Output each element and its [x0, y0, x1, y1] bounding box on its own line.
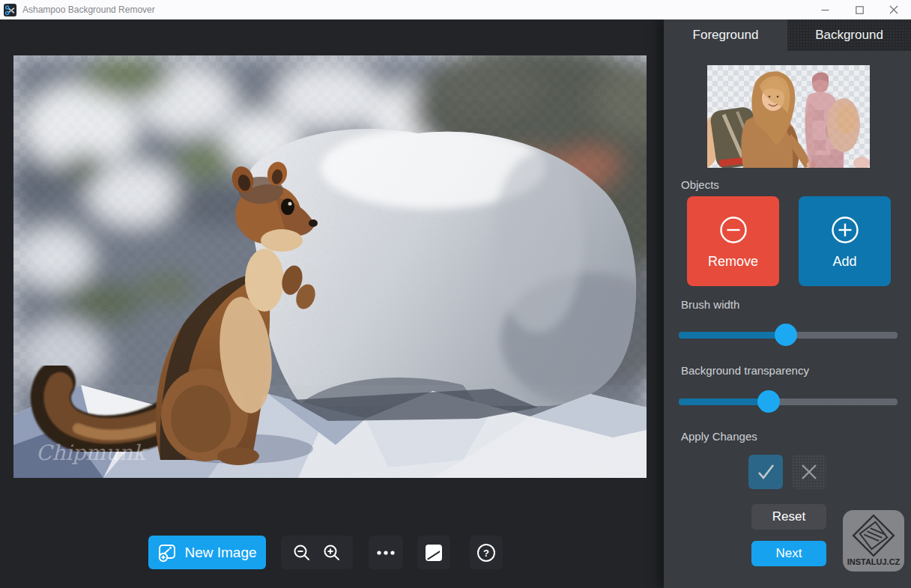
window-controls	[808, 0, 911, 19]
apply-confirm-button[interactable]	[748, 455, 783, 489]
objects-buttons: Remove Add	[687, 196, 891, 286]
next-button[interactable]: Next	[751, 541, 826, 566]
svg-text:?: ?	[483, 548, 489, 559]
apply-changes-buttons	[748, 455, 826, 489]
instaluj-watermark-text: INSTALUJ.CZ	[847, 557, 901, 566]
instaluj-watermark: INSTALUJ.CZ	[843, 510, 904, 572]
tab-foreground-label: Foreground	[693, 28, 759, 43]
slider-fill	[679, 398, 769, 405]
reset-button[interactable]: Reset	[751, 504, 826, 530]
main-area: Chipmunk New Image	[0, 19, 664, 588]
circle-plus-icon	[831, 216, 859, 244]
add-button[interactable]: Add	[799, 196, 891, 286]
add-button-label: Add	[832, 254, 856, 270]
tab-background-label: Background	[815, 28, 883, 43]
new-image-button[interactable]: New Image	[148, 536, 266, 569]
remove-button-label: Remove	[708, 254, 758, 270]
maximize-icon	[856, 6, 864, 14]
scissors-icon	[4, 4, 16, 16]
more-options-button[interactable]	[369, 536, 403, 569]
brush-width-slider[interactable]	[679, 324, 898, 346]
remove-button[interactable]: Remove	[687, 196, 779, 286]
slider-thumb[interactable]	[757, 390, 780, 413]
brush-width-label: Brush width	[681, 298, 739, 311]
preview-thumbnail	[707, 65, 870, 168]
minimize-button[interactable]	[808, 0, 842, 19]
close-icon	[889, 5, 898, 14]
new-image-label: New Image	[184, 545, 256, 561]
tab-background[interactable]: Background	[787, 19, 911, 51]
zoom-button-group	[281, 536, 353, 569]
minimize-icon	[821, 6, 829, 14]
help-icon: ?	[476, 543, 496, 563]
x-icon	[799, 461, 820, 482]
circle-minus-icon	[719, 216, 748, 244]
close-button[interactable]	[877, 0, 911, 19]
app-window: Ashampoo Background Remover	[0, 0, 911, 588]
background-transparency-label: Background transparency	[681, 364, 809, 377]
slider-thumb[interactable]	[775, 324, 797, 346]
slider-fill	[679, 332, 786, 339]
image-plus-icon	[157, 542, 178, 563]
check-icon	[754, 461, 777, 483]
sidebar: Foreground Background	[664, 19, 911, 588]
zoom-in-icon[interactable]	[322, 543, 342, 563]
canvas-image[interactable]: Chipmunk	[13, 55, 647, 478]
titlebar: Ashampoo Background Remover	[0, 0, 911, 19]
apply-changes-label: Apply Changes	[681, 430, 757, 443]
background-toggle-button[interactable]	[417, 536, 450, 569]
photo-watermark: Chipmunk	[36, 440, 148, 465]
background-transparency-slider[interactable]	[679, 390, 898, 413]
ellipsis-icon	[376, 550, 396, 556]
apply-discard-button[interactable]	[792, 455, 826, 489]
sidebar-tabs: Foreground Background	[664, 19, 911, 51]
zoom-out-icon[interactable]	[292, 543, 312, 563]
objects-label: Objects	[681, 178, 719, 191]
compare-icon	[425, 544, 443, 562]
window-title: Ashampoo Background Remover	[22, 4, 155, 15]
help-button[interactable]: ?	[470, 536, 503, 569]
maximize-button[interactable]	[842, 0, 877, 19]
tab-foreground[interactable]: Foreground	[664, 19, 787, 51]
